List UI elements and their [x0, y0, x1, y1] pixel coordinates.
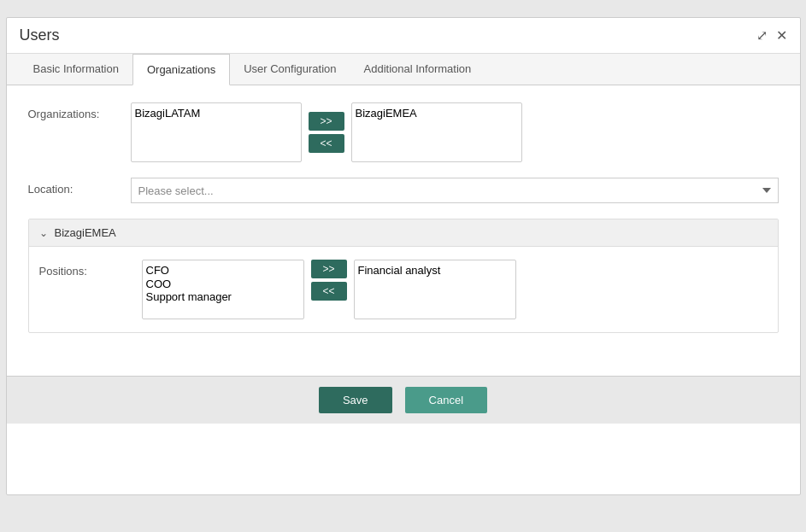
organizations-control: BizagiLATAM >> << BizagiEMEA [131, 102, 779, 162]
list-item[interactable]: BizagiLATAM [135, 107, 297, 120]
positions-backward-btn[interactable]: << [311, 282, 347, 301]
positions-row: Positions: CFO COO Support manager >> << [39, 260, 768, 319]
positions-label: Positions: [39, 260, 142, 278]
chevron-down-icon[interactable]: ⌄ [39, 227, 48, 239]
modal: Users ⤢ ✕ Basic Information Organization… [6, 17, 801, 495]
modal-title: Users [20, 26, 60, 44]
location-label: Location: [28, 178, 131, 196]
org-section-body: Positions: CFO COO Support manager >> << [29, 247, 778, 332]
expand-icon[interactable]: ⤢ [756, 29, 768, 43]
location-select-wrapper: Please select... [131, 178, 779, 203]
tab-basic-information[interactable]: Basic Information [20, 54, 132, 85]
list-item[interactable]: CFO [146, 264, 300, 278]
modal-footer: Save Cancel [7, 376, 800, 424]
header-icons: ⤢ ✕ [756, 29, 787, 43]
modal-body: Organizations: BizagiLATAM >> << BizagiE… [7, 85, 800, 367]
list-item[interactable]: Financial analyst [358, 264, 512, 278]
location-select[interactable]: Please select... [131, 178, 779, 203]
tab-additional-information[interactable]: Additional Information [350, 54, 485, 85]
tab-user-configuration[interactable]: User Configuration [230, 54, 350, 85]
bizagiemea-section: ⌄ BizagiEMEA Positions: CFO COO Support … [28, 219, 779, 333]
organizations-forward-btn[interactable]: >> [309, 112, 344, 131]
location-row: Location: Please select... [28, 178, 779, 203]
org-section-header: ⌄ BizagiEMEA [29, 219, 778, 247]
positions-right-list[interactable]: Financial analyst [354, 260, 516, 319]
location-control: Please select... [131, 178, 779, 203]
org-section-name: BizagiEMEA [55, 226, 116, 239]
tab-organizations[interactable]: Organizations [132, 54, 230, 85]
save-button[interactable]: Save [319, 387, 392, 413]
close-icon[interactable]: ✕ [776, 29, 787, 43]
cancel-button[interactable]: Cancel [405, 387, 487, 413]
tab-bar: Basic Information Organizations User Con… [7, 54, 800, 85]
list-item[interactable]: COO [146, 278, 300, 291]
organizations-left-list[interactable]: BizagiLATAM [131, 102, 302, 162]
positions-forward-btn[interactable]: >> [311, 260, 347, 278]
organizations-row: Organizations: BizagiLATAM >> << BizagiE… [28, 102, 779, 162]
list-item[interactable]: BizagiEMEA [356, 107, 518, 120]
positions-control: CFO COO Support manager >> << Financial … [142, 260, 516, 319]
organizations-right-list[interactable]: BizagiEMEA [351, 102, 522, 162]
positions-left-list[interactable]: CFO COO Support manager [142, 260, 304, 319]
list-item[interactable]: Support manager [146, 290, 300, 304]
organizations-label: Organizations: [28, 102, 131, 120]
positions-transfer-buttons: >> << [311, 260, 347, 301]
organizations-transfer-buttons: >> << [309, 112, 344, 153]
organizations-backward-btn[interactable]: << [309, 134, 344, 153]
modal-header: Users ⤢ ✕ [7, 18, 800, 54]
